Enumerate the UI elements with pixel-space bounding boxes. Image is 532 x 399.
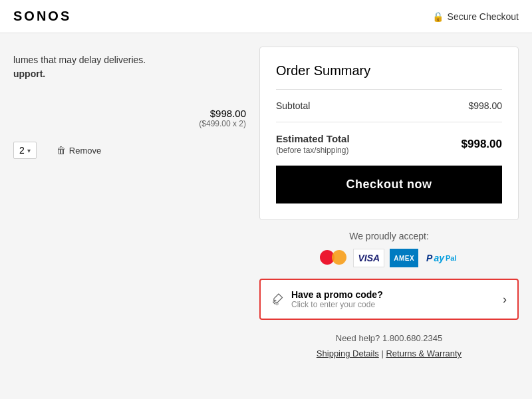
right-panel: Order Summary Subtotal $998.00 Estimated… <box>259 47 519 386</box>
promo-title: Have a promo code? <box>291 289 383 300</box>
need-help-text: Need help? <box>336 333 380 343</box>
total-value: $998.00 <box>462 138 502 151</box>
trash-icon: 🗑 <box>57 145 66 156</box>
main-content: lumes that may delay deliveries. upport.… <box>0 33 532 399</box>
payment-icons: VISA AMEX PayPal <box>259 248 519 268</box>
amex-icon: AMEX <box>390 249 418 267</box>
total-row: Estimated Total (before tax/shipping) $9… <box>276 122 502 155</box>
promo-code-section[interactable]: 🏷 Have a promo code? Click to enter your… <box>259 279 519 320</box>
quantity-selector[interactable]: 2 ▾ <box>13 142 37 159</box>
quantity-value: 2 <box>19 145 25 156</box>
visa-icon: VISA <box>353 249 384 267</box>
subtotal-label: Subtotal <box>276 100 310 111</box>
lock-icon: 🔒 <box>432 11 444 22</box>
promo-text: Have a promo code? Click to enter your c… <box>291 289 383 309</box>
remove-button[interactable]: 🗑 Remove <box>57 145 101 156</box>
remove-label: Remove <box>69 146 101 156</box>
total-label: Estimated Total (before tax/shipping) <box>276 133 350 155</box>
payment-section: We proudly accept: VISA AMEX PayPal <box>259 231 519 268</box>
total-sublabel: (before tax/shipping) <box>276 146 350 155</box>
help-section: Need help? 1.800.680.2345 Shipping Detai… <box>259 331 519 362</box>
item-price-sub: ($499.00 x 2) <box>13 119 246 128</box>
payment-label: We proudly accept: <box>259 231 519 241</box>
returns-warranty-link[interactable]: Returns & Warranty <box>386 348 462 358</box>
subtotal-row: Subtotal $998.00 <box>276 100 502 111</box>
shipping-notice: lumes that may delay deliveries. upport. <box>13 53 246 81</box>
order-summary-title: Order Summary <box>276 63 502 90</box>
chevron-down-icon: ▾ <box>27 147 31 154</box>
logo: SONOS <box>13 9 71 24</box>
cart-item-price: $998.00 ($499.00 x 2) <box>13 108 246 128</box>
checkout-button[interactable]: Checkout now <box>276 166 502 203</box>
mastercard-icon <box>319 248 348 268</box>
cart-item-controls: 2 ▾ 🗑 Remove <box>13 142 246 159</box>
promo-left: 🏷 Have a promo code? Click to enter your… <box>271 289 383 309</box>
item-price-main: $998.00 <box>13 108 246 119</box>
paypal-icon: PayPal <box>424 249 459 267</box>
header: SONOS 🔒 Secure Checkout <box>0 0 532 33</box>
order-summary-card: Order Summary Subtotal $998.00 Estimated… <box>259 47 519 220</box>
tag-icon: 🏷 <box>268 290 287 309</box>
chevron-right-icon: › <box>503 293 507 307</box>
secure-checkout-label: Secure Checkout <box>448 11 519 22</box>
left-panel: lumes that may delay deliveries. upport.… <box>13 47 246 386</box>
shipping-details-link[interactable]: Shipping Details <box>317 348 379 358</box>
phone-number[interactable]: 1.800.680.2345 <box>382 333 442 343</box>
secure-checkout: 🔒 Secure Checkout <box>432 11 519 22</box>
promo-subtitle: Click to enter your code <box>291 300 383 309</box>
subtotal-value: $998.00 <box>468 100 502 111</box>
